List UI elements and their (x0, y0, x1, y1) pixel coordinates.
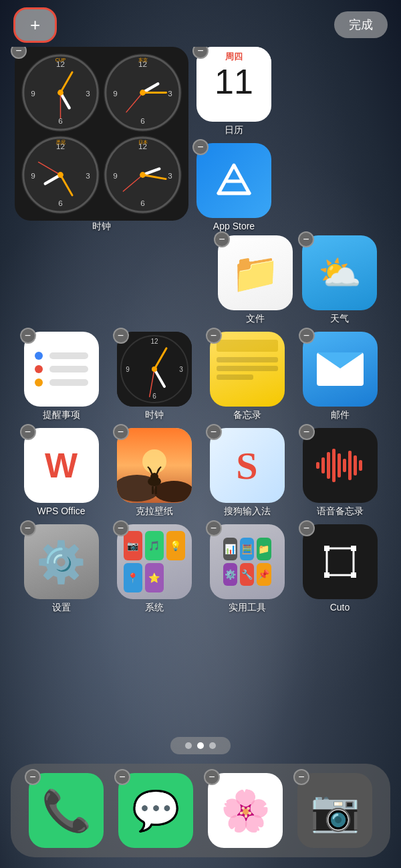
app-label-voicememo: 语音备忘录 (317, 506, 364, 518)
svg-point-53 (142, 449, 166, 473)
app-wrap-sogou: − S 搜狗输入法 (210, 428, 285, 518)
svg-rect-58 (155, 486, 157, 494)
app-wrap-system: − 📷 🎵 💡 📍 ⭐ 系统 (117, 524, 192, 614)
clock-widget[interactable]: 12 3 6 9 CUP (15, 47, 188, 221)
app-icon-phone[interactable]: 📞 (29, 773, 104, 848)
app-icon-mail[interactable] (303, 332, 378, 407)
badge-minus-reminders[interactable]: − (20, 328, 36, 344)
app-icon-messages[interactable]: 💬 (118, 773, 193, 848)
svg-rect-69 (327, 548, 354, 575)
svg-text:6: 6 (58, 199, 63, 207)
app-icon-clock2[interactable]: 12 3 6 9 (117, 332, 192, 407)
svg-text:9: 9 (126, 366, 130, 373)
clock-face-3: 12 3 6 9 悉尼 (21, 136, 100, 214)
app-label-utility: 实用工具 (229, 602, 266, 614)
clock-widget-label: 时钟 (92, 221, 111, 233)
app-icon-photos[interactable]: 🌸 (208, 773, 283, 848)
badge-minus-utility[interactable]: − (206, 520, 222, 536)
page-dot-2[interactable] (197, 742, 204, 749)
svg-rect-62 (327, 452, 330, 479)
app-icon-voicememo[interactable] (303, 428, 378, 503)
widget-row-1: − 12 3 6 9 CUP (11, 47, 390, 233)
app-wrap-utility: − 📊 🧮 📁 ⚙️ 🔧 📌 实用工具 (210, 524, 285, 614)
svg-rect-72 (324, 572, 329, 578)
svg-rect-61 (321, 457, 325, 473)
badge-minus-clock2[interactable]: − (113, 328, 129, 344)
page-dot-3[interactable] (209, 742, 216, 749)
badge-minus-settings[interactable]: − (20, 520, 36, 536)
svg-rect-65 (343, 459, 346, 472)
badge-minus-messages[interactable]: − (114, 769, 130, 785)
app-icon-appstore[interactable] (196, 143, 271, 218)
svg-text:东京: 东京 (138, 57, 148, 63)
svg-text:6: 6 (140, 116, 145, 125)
app-wrap-reminders: − 提醒事项 (24, 332, 99, 421)
app-wrap-wallpaper: − (117, 428, 192, 518)
app-wrap-weather: − ⛅ 天气 (302, 235, 377, 325)
badge-minus-mail[interactable]: − (299, 328, 315, 344)
page-dot-1[interactable] (185, 742, 192, 749)
badge-minus-sogou[interactable]: − (206, 424, 222, 440)
app-row-files-weather: − 📁 文件 − ⛅ 天气 (11, 235, 390, 325)
badge-minus-photos[interactable]: − (204, 769, 220, 785)
badge-minus-wps[interactable]: − (20, 424, 36, 440)
app-icon-notes[interactable] (210, 332, 285, 407)
badge-minus-notes[interactable]: − (206, 328, 222, 344)
calendar-day: 11 (215, 64, 253, 99)
app-icon-sogou[interactable]: S (210, 428, 285, 503)
app-label-cuto: Cuto (330, 602, 350, 613)
svg-text:悉尼: 悉尼 (55, 139, 65, 145)
app-label-calendar: 日历 (225, 124, 243, 136)
svg-text:3: 3 (179, 366, 183, 373)
app-icon-calendar[interactable]: 周四 11 (196, 47, 271, 122)
app-wrap-voicememo: − (303, 428, 378, 518)
svg-point-9 (57, 90, 63, 96)
app-label-appstore: App Store (213, 221, 255, 231)
app-icon-wallpaper[interactable] (117, 428, 192, 503)
app-wrap-settings: − ⚙️ 设置 (24, 524, 99, 614)
app-label-system: 系统 (145, 602, 164, 614)
apps-area: − 12 3 6 9 CUP (0, 47, 401, 730)
app-icon-cuto[interactable] (303, 524, 378, 599)
app-wrap-cuto: − Cuto (303, 524, 378, 613)
svg-rect-67 (354, 455, 357, 475)
app-icon-files[interactable]: 📁 (218, 235, 293, 310)
app-icon-utility[interactable]: 📊 🧮 📁 ⚙️ 🔧 📌 (210, 524, 285, 599)
svg-rect-57 (152, 486, 154, 494)
app-label-weather: 天气 (330, 313, 349, 325)
app-wrap-appstore: − App Store (196, 143, 271, 231)
app-label-reminders: 提醒事项 (43, 409, 80, 421)
badge-minus-files[interactable]: − (214, 231, 230, 247)
dock-item-phone: − 📞 (29, 773, 104, 848)
badge-minus-phone[interactable]: − (25, 769, 41, 785)
badge-minus-cuto[interactable]: − (299, 520, 315, 536)
svg-rect-63 (332, 449, 336, 482)
add-widget-button[interactable]: + (13, 7, 57, 43)
app-icon-reminders[interactable] (24, 332, 99, 407)
badge-minus-system[interactable]: − (113, 520, 129, 536)
app-label-sogou: 搜狗输入法 (224, 506, 271, 518)
dock: − 📞 − 💬 − 🌸 (11, 764, 390, 857)
app-icon-settings[interactable]: ⚙️ (24, 524, 99, 599)
app-icon-system[interactable]: 📷 🎵 💡 📍 ⭐ (117, 524, 192, 599)
badge-minus-camera[interactable]: − (293, 769, 309, 785)
svg-rect-70 (324, 546, 329, 551)
app-wrap-mail: − 邮件 (303, 332, 378, 421)
clock-face-1: 12 3 6 9 CUP (21, 53, 100, 132)
done-button[interactable]: 完成 (334, 11, 388, 38)
app-icon-weather[interactable]: ⛅ (302, 235, 377, 310)
dock-item-photos: − 🌸 (208, 773, 283, 848)
svg-rect-66 (348, 451, 352, 480)
app-wrap-clock2: − 12 3 6 9 (117, 332, 192, 421)
badge-minus-voicememo[interactable]: − (299, 424, 315, 440)
svg-rect-60 (316, 462, 319, 469)
badge-minus-weather[interactable]: − (298, 231, 314, 247)
app-icon-camera[interactable]: 📷 (297, 773, 372, 848)
badge-minus-wallpaper[interactable]: − (113, 424, 129, 440)
app-icon-wps[interactable]: W (24, 428, 99, 503)
app-wrap-files: − 📁 文件 (218, 235, 293, 325)
badge-minus-appstore[interactable]: − (192, 139, 209, 155)
app-wrap-calendar: − 周四 11 日历 (196, 47, 271, 136)
dock-item-messages: − 💬 (118, 773, 193, 848)
app-label-clock2: 时钟 (145, 409, 164, 421)
